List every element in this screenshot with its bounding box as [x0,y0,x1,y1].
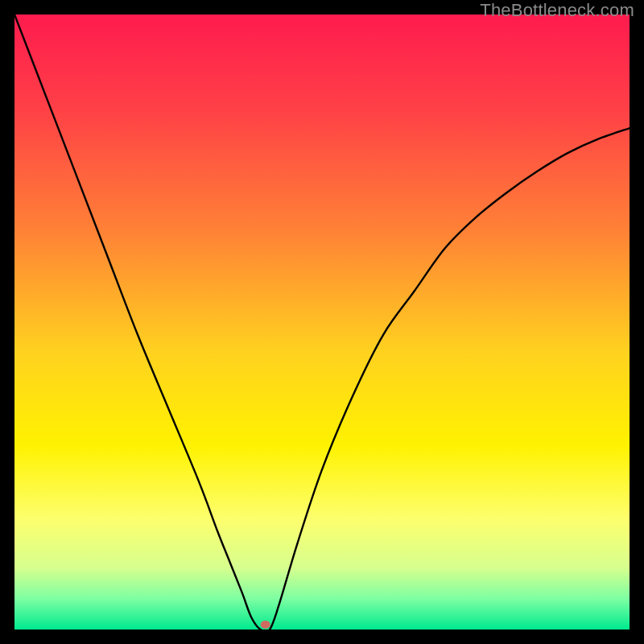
chart-stage: TheBottleneck.com [0,0,644,644]
chart-plot-area [14,14,630,630]
bottleneck-chart [14,14,630,630]
chart-background [14,14,630,630]
watermark-text: TheBottleneck.com [480,0,634,21]
optimum-marker [261,621,270,629]
